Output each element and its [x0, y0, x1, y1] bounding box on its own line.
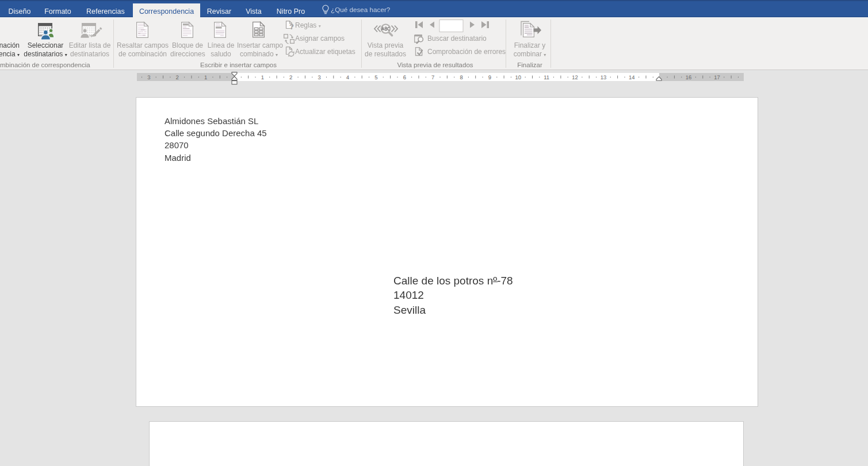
svg-text:5: 5 — [374, 75, 377, 81]
svg-text:17: 17 — [714, 75, 720, 81]
svg-text:11: 11 — [544, 75, 549, 81]
svg-text:9: 9 — [488, 75, 491, 81]
svg-text:2: 2 — [176, 75, 179, 81]
svg-text:13: 13 — [601, 75, 607, 81]
svg-text:12: 12 — [572, 75, 578, 81]
svg-text:4: 4 — [346, 75, 349, 81]
svg-text:7: 7 — [431, 75, 434, 81]
svg-text:10: 10 — [515, 75, 522, 81]
svg-text:3: 3 — [318, 75, 320, 81]
svg-text:?: ? — [289, 22, 294, 31]
svg-text:1: 1 — [204, 75, 207, 81]
svg-text:1: 1 — [261, 75, 264, 81]
svg-text:8: 8 — [460, 75, 462, 81]
svg-text:6: 6 — [403, 75, 406, 81]
svg-text:14: 14 — [629, 75, 635, 81]
svg-text:3: 3 — [147, 75, 150, 81]
svg-text:2: 2 — [289, 75, 292, 81]
svg-text:16: 16 — [686, 75, 692, 81]
